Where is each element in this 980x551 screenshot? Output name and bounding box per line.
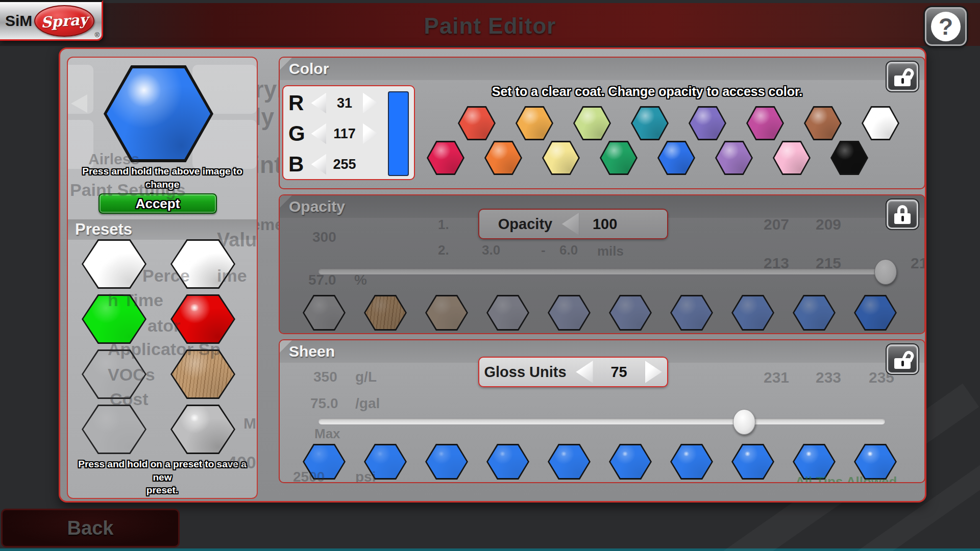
hex-gloss (733, 445, 773, 478)
opacity-slider[interactable] (318, 268, 886, 275)
hex-fill (733, 296, 773, 329)
ghost-text: 6.0 (559, 242, 578, 258)
padlock-icon (894, 67, 911, 86)
hex-gloss (549, 445, 589, 478)
hex-gloss (488, 296, 528, 329)
sheen-lock-button[interactable] (887, 344, 918, 374)
opacity-section: 30057.0%1.2.3.0-6.0mils207209213215217 O… (279, 194, 925, 334)
hex-fill (427, 296, 467, 329)
hex-gloss (428, 142, 463, 173)
hex-gloss (610, 445, 650, 478)
palette-swatch-pink[interactable] (773, 141, 811, 175)
accept-button[interactable]: Accept (99, 193, 217, 214)
decrease-opacity-button[interactable] (561, 212, 579, 236)
ghost-text: 207 (764, 216, 789, 233)
increase-green-button[interactable] (363, 123, 378, 144)
decrease-gloss-button[interactable] (576, 360, 593, 384)
hex-gloss (459, 108, 494, 139)
palette-swatch-pale-yellow[interactable] (542, 141, 580, 175)
hex-fill (365, 296, 405, 329)
hex-fill (690, 108, 725, 139)
preset-swatch-empty-1[interactable] (82, 349, 146, 399)
preset-swatch-empty-2[interactable] (82, 405, 146, 454)
hex-gloss (659, 142, 694, 173)
palette-swatch-blue[interactable] (657, 141, 695, 175)
palette-swatch-brown[interactable] (804, 106, 842, 140)
palette-swatch-green[interactable] (600, 141, 638, 175)
red-value: 31 (328, 95, 361, 111)
specular-highlight (744, 452, 751, 457)
sheen-ramp (303, 444, 897, 480)
decrease-green-button[interactable] (311, 123, 326, 144)
opacity-step-hexagon-step-10 (854, 295, 897, 331)
registered-trademark: ® (94, 31, 100, 39)
opacity-step-hexagon-step-1 (303, 295, 346, 331)
increase-gloss-button[interactable] (645, 360, 663, 384)
opacity-slider-knob[interactable] (874, 259, 897, 285)
palette-swatch-red[interactable] (458, 106, 496, 140)
palette-swatch-orange[interactable] (484, 141, 522, 175)
palette-swatch-teal[interactable] (631, 106, 669, 140)
logo-oval: Spray (34, 5, 94, 37)
palette-swatch-magenta[interactable] (746, 106, 784, 140)
back-button[interactable]: Back (1, 509, 180, 547)
gloss-slider-knob[interactable] (733, 409, 755, 435)
gloss-slider[interactable] (318, 418, 886, 425)
palette-swatch-purple[interactable] (689, 106, 726, 140)
color-lock-button[interactable] (887, 62, 918, 91)
gloss-units-label: Gloss Units (484, 364, 566, 381)
hex-gloss (733, 296, 773, 329)
hex-gloss (517, 108, 552, 139)
hex-fill (83, 351, 145, 397)
preset-swatch-silver[interactable] (170, 405, 235, 454)
opacity-step-hexagon-step-3 (425, 295, 468, 331)
simspray-logo: SiM Spray ® (0, 0, 103, 41)
preset-swatch-green[interactable] (82, 294, 146, 344)
hex-fill (172, 241, 234, 287)
palette-swatch-yellow-green[interactable] (573, 106, 611, 140)
palette-swatch-black[interactable] (830, 141, 868, 175)
opacity-ramp (303, 295, 897, 331)
decrease-red-button[interactable] (311, 92, 326, 114)
sheen-step-hexagon-step-5 (548, 444, 591, 480)
increase-red-button[interactable] (363, 92, 378, 114)
hex-gloss (544, 142, 578, 173)
hex-gloss (488, 445, 528, 478)
opacity-lock-button[interactable] (887, 199, 918, 229)
help-glyph: ? (939, 13, 953, 40)
palette-row-1 (458, 106, 899, 140)
palette-swatch-amber[interactable] (516, 106, 553, 140)
hex-fill (427, 445, 467, 478)
hex-fill (794, 445, 834, 478)
ghost-text: - (541, 242, 546, 258)
decrease-blue-button[interactable] (311, 154, 326, 175)
opacity-control-label: Opacity (498, 216, 552, 233)
preset-swatch-white-2[interactable] (170, 239, 235, 289)
hex-fill (544, 142, 578, 173)
hex-fill (304, 445, 344, 478)
hex-gloss (549, 296, 589, 329)
palette-swatch-lavender[interactable] (715, 141, 753, 175)
palette-swatch-white[interactable] (862, 106, 899, 140)
sheen-step-hexagon-step-4 (486, 444, 529, 480)
ghost-text: 3.0 (482, 242, 500, 258)
palette-swatch-crimson[interactable] (427, 141, 464, 175)
section-header: Color (280, 58, 924, 80)
logo-text-spray: Spray (40, 10, 88, 31)
hex-fill (832, 142, 867, 173)
hex-gloss (83, 406, 145, 453)
hex-gloss (672, 296, 712, 329)
preset-swatch-white-1[interactable] (82, 239, 146, 289)
padlock-icon (894, 205, 911, 224)
hex-fill (863, 108, 898, 139)
specular-highlight (315, 452, 322, 457)
hex-gloss (83, 351, 145, 397)
preset-swatch-red[interactable] (170, 294, 235, 344)
hex-gloss (172, 241, 234, 287)
help-button[interactable]: ? (925, 7, 967, 46)
ghost-text: 1. (438, 217, 449, 233)
bottom-accent-strip (0, 548, 980, 551)
preset-swatch-wood[interactable] (170, 349, 235, 399)
padlock-icon (894, 350, 911, 369)
paint-editor-dialog: AcrylicPolyPaintMeasuremen AirlessPaint … (59, 47, 926, 503)
